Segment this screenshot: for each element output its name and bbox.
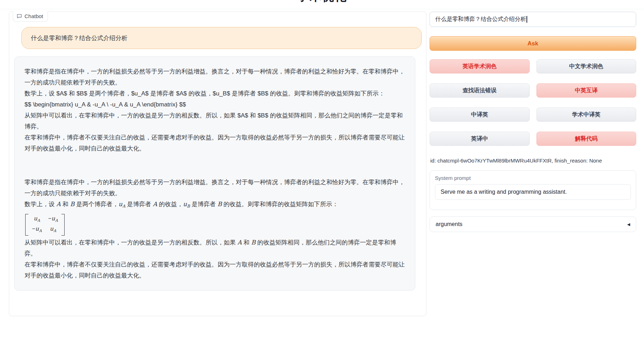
system-prompt-label: System prompt: [435, 175, 631, 181]
question-input[interactable]: 什么是零和博弈？结合公式介绍分析: [430, 12, 636, 27]
collapse-arrow-icon: ◀: [627, 222, 630, 227]
chat-bubble-icon: [17, 13, 22, 19]
matrix-right-bracket: [61, 214, 65, 235]
payoff-matrix: uA −uA −uA uA: [25, 214, 405, 235]
bot-raw-latex-line: $$ \begin{bmatrix} u_A & -u_A \ -u_A & u…: [24, 99, 405, 110]
fn-button-chinese-academic-polish[interactable]: 中文学术润色: [536, 59, 637, 73]
bot-raw-paragraph: 从矩阵中可以看出，在零和博弈中，一方的收益是另一方的相反数。所以，如果 $A$ …: [24, 110, 405, 132]
text-caret: [526, 16, 527, 23]
chatbot-panel: Chatbot 什么是零和博弈？结合公式介绍分析 零和博弈是指在博弈中，一方的利…: [9, 11, 426, 316]
bot-raw-paragraph: 数学上，设 $A$ 和 $B$ 是两个博弈者，$u_A$ 是博弈者 $A$ 的收…: [24, 88, 405, 99]
bot-rendered-paragraph: 在零和博弈中，博弈者不仅要关注自己的收益，还需要考虑对手的收益。因为一方取得的收…: [24, 259, 405, 281]
system-prompt-input[interactable]: Serve me as a writing and programming as…: [435, 184, 631, 200]
bot-rendered-paragraph: 零和博弈是指在博弈中，一方的利益损失必然等于另一方的利益增益。换言之，对于每一种…: [24, 177, 405, 199]
fn-button-en-to-zh[interactable]: 英译中: [430, 132, 530, 146]
message-version-gap: [24, 154, 405, 177]
question-input-value: 什么是零和博弈？结合公式介绍分析: [435, 16, 526, 23]
fn-button-explain-code[interactable]: 解释代码: [536, 132, 637, 146]
ask-button[interactable]: Ask: [430, 36, 636, 51]
fn-button-find-grammar-errors[interactable]: 查找语法错误: [430, 83, 530, 98]
arguments-accordion-label: arguments: [436, 221, 463, 227]
fn-button-english-academic-polish[interactable]: 英语学术润色: [430, 59, 530, 73]
fn-button-zh-en-mutual-translate[interactable]: 中英互译: [536, 83, 637, 98]
system-prompt-box: System prompt Serve me as a writing and …: [430, 170, 636, 210]
bot-raw-paragraph: 在零和博弈中，博弈者不仅要关注自己的收益，还需要考虑对手的收益。因为一方取得的收…: [24, 132, 405, 154]
matrix-left-bracket: [25, 214, 28, 235]
bot-rendered-paragraph: 从矩阵中可以看出，在零和博弈中，一方的收益是另一方的相反数。所以，如果 A 和 …: [24, 237, 405, 259]
top-divider: [0, 9, 644, 9]
user-message-bubble: 什么是零和博弈？结合公式介绍分析: [21, 27, 422, 49]
matrix-cell: −uA: [48, 215, 58, 225]
function-button-grid: 英语学术润色 中文学术润色 查找语法错误 中英互译 中译英 学术中译英 英译中 …: [430, 59, 636, 146]
matrix-cell: −uA: [32, 225, 42, 235]
arguments-accordion[interactable]: arguments ◀: [430, 216, 636, 232]
fn-button-academic-zh-to-en[interactable]: 学术中译英: [536, 108, 637, 122]
chatbot-label-text: Chatbot: [24, 13, 43, 19]
chatbot-label: Chatbot: [13, 11, 48, 22]
fn-button-zh-to-en[interactable]: 中译英: [430, 108, 530, 122]
matrix-cell: uA: [32, 215, 42, 225]
page-title-clipped: 学术优化: [0, 0, 644, 3]
user-message-text: 什么是零和博弈？结合公式介绍分析: [31, 34, 127, 42]
response-status-line: id: chatcmpl-6wOo7KrYTwMl89lbrMWRu4UkFFX…: [430, 158, 602, 164]
bot-raw-paragraph: 零和博弈是指在博弈中，一方的利益损失必然等于另一方的利益增益。换言之，对于每一种…: [24, 66, 405, 88]
bot-message-bubble: 零和博弈是指在博弈中，一方的利益损失必然等于另一方的利益增益。换言之，对于每一种…: [14, 56, 415, 291]
page-title: 学术优化: [0, 0, 644, 3]
bot-rendered-paragraph: 数学上，设 A 和 B 是两个博弈者，uA 是博弈者 A 的收益，uB 是博弈者…: [24, 199, 405, 212]
matrix-cell: uA: [48, 225, 58, 235]
